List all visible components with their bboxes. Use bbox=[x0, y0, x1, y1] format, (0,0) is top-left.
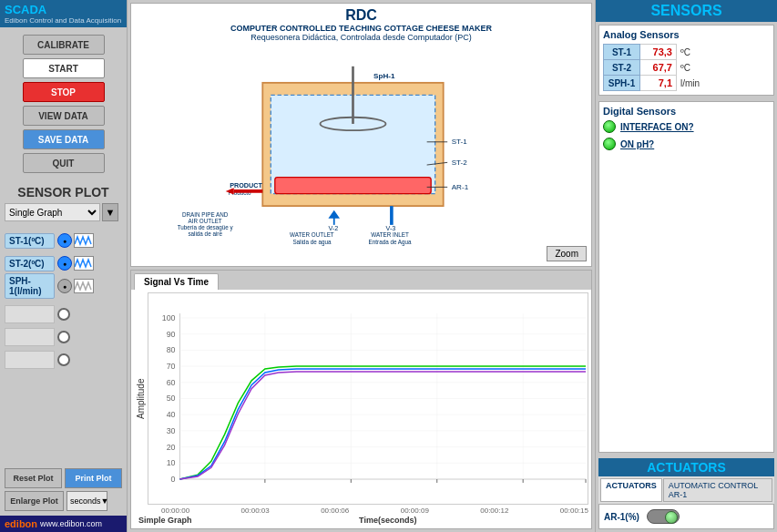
diagram-area: RDC COMPUTER CONTROLLED TEACHING COTTAGE… bbox=[130, 3, 592, 267]
x-tick-4: 00:00:12 bbox=[480, 506, 508, 515]
diagram-subtitle1: COMPUTER CONTROLLED TEACHING COTTAGE CHE… bbox=[131, 24, 591, 33]
sensor-color-icon-sph1[interactable]: ● bbox=[57, 279, 72, 293]
empty-row-3 bbox=[5, 351, 122, 369]
seconds-label: seconds bbox=[70, 496, 101, 506]
sensor-icons-st2: ● bbox=[57, 256, 94, 271]
sensor-wave-icon-st1[interactable] bbox=[74, 233, 94, 248]
save-data-button[interactable]: SAVE DATA bbox=[23, 129, 105, 149]
enlarge-plot-button[interactable]: Enlarge Plot bbox=[5, 491, 64, 511]
empty-label-3 bbox=[5, 351, 55, 369]
led-ph-on bbox=[603, 138, 616, 150]
svg-text:AR-1: AR-1 bbox=[452, 183, 469, 191]
dropdown-arrow-icon[interactable]: ▼ bbox=[102, 203, 118, 221]
quit-button[interactable]: QUIT bbox=[23, 153, 105, 173]
chart-area: 0 10 20 30 40 50 60 70 80 90 100 bbox=[148, 292, 588, 505]
radio-1[interactable] bbox=[57, 308, 70, 321]
chart-container: Amplitude bbox=[134, 292, 588, 505]
sensor-wave-icon-st2[interactable] bbox=[74, 256, 94, 271]
actuators-header: ACTUATORS bbox=[598, 458, 774, 476]
start-button[interactable]: START bbox=[23, 58, 105, 78]
stop-button[interactable]: STOP bbox=[23, 82, 105, 102]
tab-actuators[interactable]: ACTUATORS bbox=[600, 478, 662, 502]
sensor-row-st1: ST-1(ºC) ● bbox=[5, 230, 122, 251]
bottom-row-1: Reset Plot Print Plot bbox=[5, 468, 122, 488]
svg-text:70: 70 bbox=[167, 362, 176, 371]
radio-3[interactable] bbox=[57, 353, 70, 366]
graph-inner: Amplitude bbox=[131, 290, 591, 528]
svg-text:Salida de agua: Salida de agua bbox=[292, 239, 332, 246]
svg-text:0: 0 bbox=[171, 475, 176, 484]
diagram-title: RDC COMPUTER CONTROLLED TEACHING COTTAGE… bbox=[131, 4, 591, 44]
empty-row-1 bbox=[5, 305, 122, 323]
digital-sensors-section: Digital Sensors INTERFACE ON? ON pH? bbox=[598, 101, 774, 453]
bottom-row-2: Enlarge Plot seconds ▼ bbox=[5, 491, 122, 511]
digital-sensors-title: Digital Sensors bbox=[603, 106, 770, 117]
graph-type-select[interactable]: Single Graph Multiple Graph bbox=[5, 203, 100, 221]
analog-sensors-section: Analog Sensors ST-1 73,3 ºC ST-2 67,7 ºC… bbox=[598, 25, 774, 96]
x-tick-5: 00:00:15 bbox=[560, 506, 588, 515]
sensor-color-icon-st1[interactable]: ● bbox=[57, 233, 72, 248]
actuator-toggle-ar1[interactable] bbox=[647, 509, 680, 524]
svg-text:20: 20 bbox=[167, 443, 176, 452]
actuator-content: AR-1(%) bbox=[598, 504, 774, 529]
graph-footer: Simple Graph Time(seconds) bbox=[134, 515, 588, 526]
sensor-label-st2: ST-2(ºC) bbox=[5, 256, 55, 271]
zoom-button[interactable]: Zoom bbox=[547, 246, 587, 261]
analog-sensor-row-sph1: SPH-1 7,1 l/min bbox=[604, 76, 770, 91]
svg-text:80: 80 bbox=[167, 345, 176, 354]
svg-text:SpH-1: SpH-1 bbox=[373, 72, 395, 80]
view-data-button[interactable]: VIEW DATA bbox=[23, 106, 105, 126]
edibon-url: www.edibon.com bbox=[40, 519, 102, 528]
empty-sensor-rows bbox=[0, 301, 127, 373]
app-header: SCADA Edibon Control and Data Acquisitio… bbox=[0, 0, 127, 27]
seconds-arrow-icon: ▼ bbox=[101, 496, 109, 506]
diagram-subtitle2: Requesonera Didáctica, Controlada desde … bbox=[131, 33, 591, 42]
reset-plot-button[interactable]: Reset Plot bbox=[5, 468, 62, 488]
analog-sensor-row-st2: ST-2 67,7 ºC bbox=[604, 60, 770, 76]
sensor-label-st1: ST-1(ºC) bbox=[5, 233, 55, 249]
sensor-color-icon-st2[interactable]: ● bbox=[57, 256, 72, 271]
svg-text:ST-1: ST-1 bbox=[452, 138, 468, 146]
sensor-label-sph1: SPH-1(l/min) bbox=[5, 273, 55, 299]
analog-sensor-name-st1: ST-1 bbox=[604, 45, 640, 60]
print-plot-button[interactable]: Print Plot bbox=[65, 468, 122, 488]
analog-sensor-unit-st2: ºC bbox=[677, 60, 770, 76]
calibrate-button[interactable]: CALIBRATE bbox=[23, 35, 105, 55]
analog-sensor-value-st1: 73,3 bbox=[640, 45, 677, 60]
seconds-button[interactable]: seconds ▼ bbox=[66, 491, 107, 511]
diagram-main-title: RDC bbox=[131, 7, 591, 24]
sensor-row-sph1: SPH-1(l/min) ● bbox=[5, 276, 122, 296]
right-panel: SENSORS Analog Sensors ST-1 73,3 ºC ST-2… bbox=[595, 0, 777, 532]
actuators-tabs: ACTUATORS AUTOMATIC CONTROL AR-1 bbox=[598, 476, 774, 504]
led-interface-on bbox=[603, 120, 616, 133]
sensor-wave-icon-sph1[interactable] bbox=[74, 279, 94, 293]
radio-2[interactable] bbox=[57, 331, 70, 343]
svg-text:90: 90 bbox=[167, 330, 176, 339]
empty-label-2 bbox=[5, 328, 55, 346]
tab-signal-vs-time[interactable]: Signal Vs Time bbox=[134, 273, 219, 290]
analog-sensor-value-st2: 67,7 bbox=[640, 60, 677, 76]
svg-text:50: 50 bbox=[167, 394, 176, 403]
empty-label-1 bbox=[5, 305, 55, 323]
x-tick-2: 00:00:06 bbox=[321, 506, 349, 515]
digital-label-interface[interactable]: INTERFACE ON? bbox=[620, 122, 694, 132]
tab-automatic-control[interactable]: AUTOMATIC CONTROL AR-1 bbox=[663, 478, 772, 502]
y-axis-label: Amplitude bbox=[134, 292, 148, 505]
graph-x-label: Time(seconds) bbox=[359, 516, 416, 525]
svg-text:AIR OUTLET: AIR OUTLET bbox=[189, 218, 222, 224]
svg-marker-18 bbox=[328, 210, 340, 219]
graph-tab-bar: Signal Vs Time bbox=[131, 271, 591, 290]
actuator-label-ar1: AR-1(%) bbox=[604, 512, 639, 522]
app-subtitle: Edibon Control and Data Acquisition bbox=[5, 16, 122, 25]
digital-label-ph[interactable]: ON pH? bbox=[620, 139, 654, 149]
sensor-icons-st1: ● bbox=[57, 233, 94, 248]
svg-text:ST-2: ST-2 bbox=[452, 159, 468, 167]
graph-type-dropdown-container: Single Graph Multiple Graph ▼ bbox=[5, 203, 122, 221]
svg-text:40: 40 bbox=[167, 410, 176, 419]
bottom-buttons: Reset Plot Print Plot Enlarge Plot secon… bbox=[0, 464, 127, 516]
diagram-svg: SpH-1 ST-1 ST-2 AR-1 PRODUCT Producto V-… bbox=[131, 44, 591, 253]
center-panel: RDC COMPUTER CONTROLLED TEACHING COTTAGE… bbox=[128, 0, 595, 532]
svg-text:100: 100 bbox=[162, 313, 176, 322]
left-panel: SCADA Edibon Control and Data Acquisitio… bbox=[0, 0, 128, 532]
graph-area: Signal Vs Time Amplitude bbox=[130, 270, 592, 529]
